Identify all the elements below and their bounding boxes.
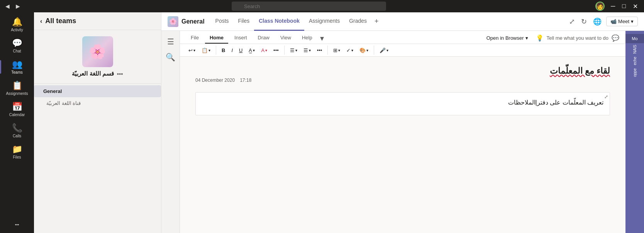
assignments-icon: 📋 [12,81,22,91]
nav-buttons: ◀ ▶ [3,2,22,10]
textbox-resize-icon[interactable]: ⤢ [604,94,608,100]
tab-class-notebook[interactable]: Class Notebook [254,12,304,31]
forward-button[interactable]: ▶ [14,2,22,10]
page-date: 04 December 2020 17:18 [195,78,610,83]
right-panel-text-1: NAIS [631,43,639,55]
more-format-button[interactable]: ••• [271,46,281,54]
channel-list: General قناة اللغة العربيّة [34,84,161,111]
numbered-list-button[interactable]: ☰▾ [301,46,313,54]
main-layout: 🔔 Activity 💬 Chat 👥 Teams 📋 Assignments … [0,12,644,233]
underline-button[interactable]: U [237,46,245,54]
team-more-button[interactable]: ••• [117,71,123,77]
bold-button[interactable]: B [219,46,227,54]
avatar[interactable]: 👩 [595,2,605,11]
ribbon-tab-home[interactable]: Home [205,32,228,44]
sidebar-item-calls[interactable]: 📞 Calls [0,120,34,141]
refresh-button[interactable]: ↻ [580,16,588,27]
sidebar-item-teams[interactable]: 👥 Teams [0,56,34,78]
back-teams-icon[interactable]: ‹ [40,18,42,25]
back-button[interactable]: ◀ [3,2,12,10]
teams-icon: 👥 [12,59,22,69]
teams-header: ‹ All teams [34,12,161,30]
sidebar-item-calendar[interactable]: 📅 Calendar [0,99,34,120]
tab-assignments[interactable]: Assignments [304,12,344,31]
style-button[interactable]: ⊞▾ [331,46,342,54]
mic-button[interactable]: 🎤▾ [377,46,391,54]
divider-3 [327,46,328,55]
sidebar-item-activity[interactable]: 🔔 Activity [0,14,34,35]
clipboard-button[interactable]: 📋▾ [199,46,213,54]
team-name-row: قسم اللغة العربيّة ••• [72,70,123,77]
meet-button[interactable]: 📹 Meet ▾ [606,17,638,26]
right-panel-text-2: eche [631,55,639,67]
time-label: 17:18 [240,78,251,83]
ribbon: File Home Insert Draw View Help ▾ Open i… [180,31,625,57]
open-in-browser-button[interactable]: Open in Browser ▾ [486,35,528,41]
expand-button[interactable]: ⤢ [568,16,576,27]
ribbon-search-area: 💡 Tell me what you want to do 💬 [536,34,619,42]
open-browser-label: Open in Browser [486,35,524,41]
channel-item-arabic[interactable]: قناة اللغة العربيّة [34,97,161,109]
textbox-content: تعريف المعلّمات على دفتر|الملاحظات [202,99,603,106]
ribbon-tab-help[interactable]: Help [297,32,317,44]
tab-files[interactable]: Files [234,12,254,31]
right-panel: Mo NAIS eche oppe [625,31,644,233]
minimize-button[interactable]: ─ [608,0,618,12]
page-title-section: لقاء مع المعلّمات 04 December 2020 17:18 [195,66,610,83]
ribbon-tab-insert[interactable]: Insert [230,32,252,44]
toc-icon[interactable]: ☰ [167,37,174,46]
files-icon: 📁 [12,144,22,154]
open-browser-dropdown: ▾ [525,35,528,41]
titlebar-right: 👩 ─ □ ✕ [595,0,641,12]
right-panel-text-3: oppe [631,67,639,78]
teams-panel: ‹ All teams 🌸 قسم اللغة العربيّة ••• Gen… [34,12,161,233]
tab-grades[interactable]: Grades [344,12,371,31]
ribbon-tab-file[interactable]: File [186,32,203,44]
calendar-icon: 📅 [12,102,22,112]
add-tab-button[interactable]: + [371,12,382,31]
divider-4 [374,46,374,55]
channel-header-actions: ⤢ ↻ 🌐 📹 Meet ▾ [568,16,638,27]
tab-posts[interactable]: Posts [211,12,234,31]
channel-title: General [181,18,205,25]
more-list-button[interactable]: ••• [315,46,325,54]
meet-label: Meet [618,19,629,24]
sidebar-more-button[interactable]: ••• [0,219,34,230]
close-button[interactable]: ✕ [630,0,641,12]
chat-feedback-icon: 💬 [612,34,619,42]
highlight-button[interactable]: A̲▾ [246,46,257,54]
ribbon-tab-view[interactable]: View [276,32,296,44]
ribbon-more-icon[interactable]: ▾ [319,34,325,43]
titlebar: ◀ ▶ 🔍 👩 ─ □ ✕ [0,0,644,12]
italic-button[interactable]: I [229,46,235,54]
globe-button[interactable]: 🌐 [591,16,603,27]
sidebar-item-assignments[interactable]: 📋 Assignments [0,78,34,99]
maximize-button[interactable]: □ [619,0,629,12]
ribbon-tab-draw[interactable]: Draw [253,32,274,44]
ribbon-tabs: File Home Insert Draw View Help ▾ Open i… [180,31,625,44]
channel-item-general[interactable]: General [34,85,161,97]
channel-header: 🌸 General Posts Files Class Notebook Ass… [161,12,644,31]
nb-search-icon[interactable]: 🔍 [166,52,175,62]
font-color-button[interactable]: A▾ [259,46,269,54]
team-card[interactable]: 🌸 قسم اللغة العربيّة ••• [34,30,161,84]
page-content: لقاء مع المعلّمات 04 December 2020 17:18… [180,57,625,233]
date-label: 04 December 2020 [195,78,235,83]
check-button[interactable]: ✓▾ [344,46,356,54]
tell-me-text: Tell me what you want to do [547,35,608,41]
sidebar-item-chat[interactable]: 💬 Chat [0,35,34,56]
team-name: قسم اللغة العربيّة [72,70,114,77]
team-avatar-image: 🌸 [82,36,113,67]
titlebar-left: ◀ ▶ [3,2,22,10]
sidebar-label-teams: Teams [11,70,22,74]
notebook-area: ☰ 🔍 File Home Insert Draw View Help ▾ [161,31,644,233]
text-color-2-button[interactable]: 🎨▾ [357,46,371,54]
notebook-sidebar: ☰ 🔍 [161,31,180,233]
page-textbox[interactable]: ⤢ تعريف المعلّمات على دفتر|الملاحظات [195,92,610,115]
sidebar-item-files[interactable]: 📁 Files [0,141,34,162]
bullet-list-button[interactable]: ☰▾ [288,46,300,54]
right-panel-more-button[interactable]: Mo [625,34,644,43]
undo-button[interactable]: ↩▾ [186,46,198,54]
search-input[interactable] [232,2,386,11]
page-title: لقاء مع المعلّمات [195,66,610,76]
